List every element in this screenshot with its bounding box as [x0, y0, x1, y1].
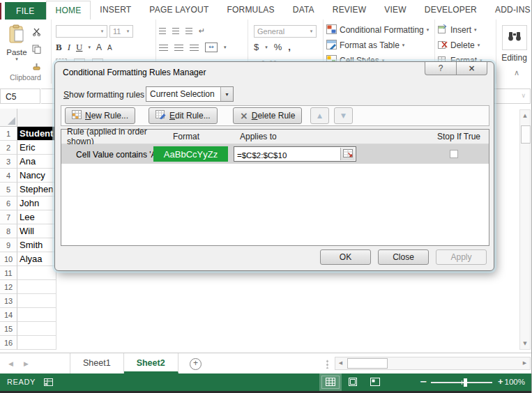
copy-icon[interactable]: [32, 44, 41, 56]
vertical-scroll-thumb[interactable]: [521, 125, 531, 144]
applies-to-input[interactable]: [234, 147, 342, 162]
cell[interactable]: Will: [17, 224, 56, 238]
row-header[interactable]: 14: [0, 308, 17, 322]
normal-view-button[interactable]: [319, 373, 342, 391]
row-header[interactable]: 1: [0, 127, 17, 141]
horizontal-scrollbar[interactable]: ◀ ▶: [335, 357, 531, 370]
page-break-preview-button[interactable]: [364, 373, 386, 391]
paste-button[interactable]: Paste ▾: [6, 24, 28, 62]
ribbon-tab[interactable]: FORMULAS: [218, 1, 283, 20]
rule-row[interactable]: Cell Value contains 'A' AaBbCcYyZz: [61, 144, 489, 164]
tab-scrollbar-divider[interactable]: [326, 360, 328, 369]
sheet-tab-sheet1[interactable]: Sheet1: [70, 353, 124, 373]
formula-bar-expand-icon[interactable]: ∨: [521, 92, 526, 99]
name-box[interactable]: C5: [0, 88, 40, 104]
cell[interactable]: John: [17, 196, 56, 210]
new-rule-button[interactable]: New Rule...: [65, 107, 135, 124]
delete-cells-button[interactable]: Delete ▾: [438, 38, 493, 52]
row-header[interactable]: 3: [0, 155, 17, 169]
cell[interactable]: [17, 280, 56, 294]
sheet-nav-left-icon[interactable]: ◀: [8, 360, 13, 367]
cell[interactable]: [17, 308, 56, 322]
scroll-up-icon[interactable]: ▲: [520, 111, 530, 121]
align-bottom-icon[interactable]: [185, 28, 192, 34]
ribbon-tab[interactable]: PAGE LAYOUT: [140, 1, 218, 20]
cell[interactable]: Eric: [17, 141, 56, 155]
format-as-table-button[interactable]: Format as Table ▾: [326, 38, 432, 52]
cut-icon[interactable]: [32, 26, 41, 39]
cell[interactable]: Student: [17, 127, 56, 141]
ribbon-tab[interactable]: INSERT: [91, 1, 140, 20]
merge-dropdown-icon[interactable]: ▾: [224, 45, 227, 50]
wrap-text-icon[interactable]: ↵: [199, 26, 205, 36]
cell[interactable]: Ana: [17, 155, 56, 169]
row-header[interactable]: 16: [0, 336, 17, 350]
dialog-close-button[interactable]: ×: [456, 62, 487, 75]
collapse-ribbon-icon[interactable]: ∧: [514, 68, 519, 77]
cell[interactable]: [17, 336, 56, 350]
format-painter-icon[interactable]: [32, 61, 41, 74]
row-header[interactable]: 13: [0, 294, 17, 308]
italic-button[interactable]: I: [68, 42, 70, 53]
grow-font-button[interactable]: A: [96, 43, 102, 52]
comma-style-button[interactable]: ,: [288, 42, 291, 52]
page-layout-view-button[interactable]: [342, 373, 364, 391]
cell[interactable]: Nancy: [17, 169, 56, 183]
row-header[interactable]: 4: [0, 169, 17, 183]
align-top-icon[interactable]: [159, 28, 166, 34]
vertical-scrollbar[interactable]: ▲ ▼: [519, 109, 531, 350]
scroll-left-icon[interactable]: ◀: [335, 357, 346, 369]
scroll-down-icon[interactable]: ▼: [520, 339, 530, 348]
insert-cells-button[interactable]: Insert ▾: [438, 23, 493, 37]
cell[interactable]: Stephen: [17, 183, 56, 196]
underline-button[interactable]: U: [76, 42, 82, 53]
sheet-tab-sheet2[interactable]: Sheet2: [124, 353, 178, 373]
cell[interactable]: Alyaa: [17, 252, 56, 266]
stop-if-true-checkbox[interactable]: [450, 150, 458, 158]
ribbon-tab[interactable]: HOME: [46, 1, 91, 20]
zoom-out-button[interactable]: −: [420, 376, 427, 387]
new-sheet-button[interactable]: +: [190, 358, 202, 370]
cell[interactable]: [17, 294, 56, 308]
conditional-formatting-button[interactable]: Conditional Formatting ▾: [326, 23, 432, 37]
ok-button[interactable]: OK: [320, 249, 371, 265]
move-rule-up-button[interactable]: ▲: [310, 107, 329, 124]
shrink-font-button[interactable]: A: [107, 44, 112, 52]
ribbon-tab[interactable]: DATA: [284, 1, 324, 20]
cell[interactable]: [17, 322, 56, 336]
row-header[interactable]: 10: [0, 252, 17, 266]
zoom-slider-track[interactable]: [431, 382, 492, 383]
zoom-in-button[interactable]: +: [498, 376, 503, 387]
row-header[interactable]: 2: [0, 141, 17, 155]
move-rule-down-button[interactable]: ▼: [334, 107, 353, 124]
cell[interactable]: Lee: [17, 210, 56, 224]
cell[interactable]: Smith: [17, 238, 56, 252]
ribbon-tab[interactable]: VIEW: [375, 1, 415, 20]
sheet-nav-right-icon[interactable]: ▶: [24, 360, 29, 367]
percent-style-button[interactable]: %: [274, 42, 282, 52]
scope-dropdown[interactable]: Current Selection ▾: [146, 86, 234, 102]
find-select-button[interactable]: [502, 25, 527, 50]
row-header[interactable]: 9: [0, 238, 17, 252]
align-middle-icon[interactable]: [172, 28, 179, 34]
row-header[interactable]: 15: [0, 322, 17, 336]
font-size-select[interactable]: 11 ▾: [109, 25, 133, 38]
merge-center-icon[interactable]: ↔: [205, 43, 218, 52]
font-name-select[interactable]: ▾: [56, 25, 107, 38]
row-header[interactable]: 5: [0, 183, 17, 196]
row-header[interactable]: 6: [0, 196, 17, 210]
accounting-dropdown-icon[interactable]: ▾: [265, 45, 268, 50]
dialog-help-button[interactable]: ?: [425, 62, 456, 75]
number-format-select[interactable]: General ▾: [254, 25, 317, 38]
row-header[interactable]: 8: [0, 224, 17, 238]
accounting-format-button[interactable]: $: [254, 42, 259, 52]
close-button[interactable]: Close: [378, 249, 429, 265]
row-header[interactable]: 11: [0, 266, 17, 280]
tab-file[interactable]: FILE: [5, 2, 46, 20]
underline-dropdown-icon[interactable]: ▾: [88, 45, 91, 50]
select-all-corner[interactable]: [0, 109, 17, 127]
cell[interactable]: [17, 266, 56, 280]
ribbon-tab[interactable]: DEVELOPER: [416, 1, 486, 20]
align-center-icon[interactable]: [174, 45, 183, 51]
edit-rule-button[interactable]: Edit Rule...: [149, 107, 218, 124]
